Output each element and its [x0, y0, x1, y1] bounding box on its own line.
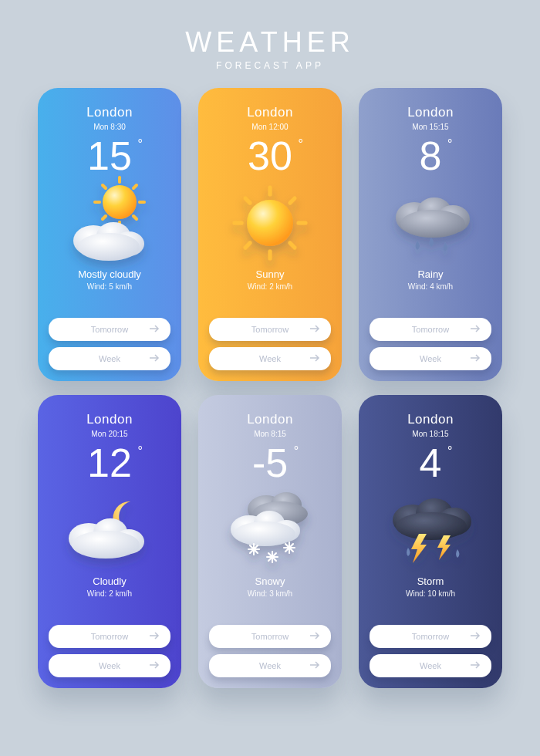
svg-line-20 [290, 243, 295, 248]
week-button-label: Week [420, 354, 441, 363]
svg-line-18 [290, 198, 295, 203]
week-button-label: Week [259, 354, 281, 363]
arrow-right-icon [470, 661, 481, 670]
temperature-value: 12 [87, 440, 132, 485]
tomorrow-button[interactable]: Tomorrow [370, 625, 491, 648]
tomorrow-button[interactable]: Tomorrow [209, 625, 331, 648]
city-label: London [86, 412, 133, 427]
city-label: London [86, 105, 133, 120]
condition-label: Storm [417, 575, 444, 587]
wind-label: Wind: 2 km/h [248, 282, 292, 291]
condition-label: Cloudly [93, 575, 126, 587]
svg-line-6 [103, 216, 106, 219]
condition-label: Sunny [256, 268, 285, 280]
timestamp: Mon 12:00 [251, 123, 288, 131]
snow-cloud-icon [220, 488, 320, 572]
timestamp: Mon 8:30 [93, 123, 126, 131]
condition-label: Rainy [417, 268, 443, 280]
city-label: London [247, 412, 293, 427]
weather-card-cloudy: London Mon 20:15 12 ° Cloudly Wind: 2 km… [38, 395, 181, 688]
svg-line-5 [133, 185, 137, 188]
degree-icon: ° [447, 444, 452, 458]
temperature: 15 ° [87, 136, 132, 184]
temperature: 4 ° [420, 443, 442, 491]
svg-point-13 [247, 200, 293, 246]
arrow-right-icon [309, 661, 320, 670]
degree-icon: ° [299, 137, 303, 151]
week-button[interactable]: Week [209, 347, 331, 370]
temperature-value: -5 [252, 440, 288, 485]
wind-label: Wind: 10 km/h [406, 589, 455, 598]
temperature-value: 15 [87, 133, 132, 178]
condition-label: Mostly cloudly [78, 268, 141, 280]
moon-cloud-icon [59, 488, 160, 572]
wind-label: Wind: 4 km/h [408, 282, 453, 291]
city-label: London [407, 412, 454, 427]
arrow-right-icon [470, 354, 481, 363]
cards-grid: London Mon 8:30 15 ° [38, 88, 502, 688]
app-header: WEATHER FORECAST APP [185, 26, 354, 71]
sun-cloud-icon [59, 181, 160, 265]
weather-card-rainy: London Mon 15:15 8 ° [359, 88, 502, 381]
arrow-right-icon [470, 325, 481, 334]
tomorrow-button[interactable]: Tomorrow [49, 318, 170, 341]
arrow-right-icon [149, 661, 160, 670]
arrow-right-icon [470, 632, 481, 641]
tomorrow-button-label: Tomorrow [412, 325, 449, 334]
week-button[interactable]: Week [209, 654, 331, 677]
app-title: WEATHER [185, 26, 354, 59]
temperature: 30 ° [248, 136, 292, 184]
svg-line-21 [245, 198, 250, 203]
week-button[interactable]: Week [49, 654, 170, 677]
tomorrow-button[interactable]: Tomorrow [370, 318, 491, 341]
sun-icon [220, 181, 320, 265]
temperature-value: 30 [248, 133, 292, 178]
svg-point-52 [396, 512, 467, 540]
timestamp: Mon 15:15 [412, 123, 448, 131]
svg-line-8 [103, 185, 106, 188]
temperature-value: 4 [420, 440, 442, 485]
weather-card-snowy: London Mon 8:15 -5 ° [198, 395, 342, 688]
tomorrow-button-label: Tomorrow [91, 632, 128, 641]
city-label: London [247, 105, 293, 120]
arrow-right-icon [309, 354, 320, 363]
tomorrow-button[interactable]: Tomorrow [49, 625, 170, 648]
degree-icon: ° [294, 444, 299, 458]
week-button-label: Week [99, 354, 120, 363]
degree-icon: ° [138, 137, 143, 151]
tomorrow-button[interactable]: Tomorrow [209, 318, 331, 341]
week-button-label: Week [259, 661, 281, 670]
svg-point-12 [78, 233, 140, 261]
tomorrow-button-label: Tomorrow [412, 632, 449, 641]
condition-label: Snowy [255, 575, 285, 587]
tomorrow-button-label: Tomorrow [91, 325, 128, 334]
svg-point-29 [72, 531, 140, 559]
svg-point-36 [234, 521, 295, 546]
timestamp: Mon 18:15 [412, 430, 448, 438]
degree-icon: ° [138, 444, 143, 458]
weather-card-mostly-cloudy: London Mon 8:30 15 ° [38, 88, 181, 381]
week-button[interactable]: Week [370, 347, 491, 370]
arrow-right-icon [309, 632, 320, 641]
weather-card-storm: London Mon 18:15 4 ° [359, 395, 502, 688]
wind-label: Wind: 5 km/h [87, 282, 132, 291]
temperature: 8 ° [420, 136, 442, 184]
week-button[interactable]: Week [49, 347, 170, 370]
arrow-right-icon [149, 632, 160, 641]
week-button[interactable]: Week [370, 654, 491, 677]
arrow-right-icon [309, 325, 320, 334]
week-button-label: Week [99, 661, 120, 670]
week-button-label: Week [420, 661, 441, 670]
svg-point-25 [400, 210, 465, 238]
svg-line-7 [133, 216, 137, 219]
svg-line-19 [245, 243, 250, 248]
temperature: 12 ° [87, 443, 132, 491]
temperature: -5 ° [252, 443, 288, 491]
city-label: London [407, 105, 454, 120]
weather-card-sunny: London Mon 12:00 30 ° Sunny Wind: 2 km/ [198, 88, 342, 381]
temperature-value: 8 [420, 133, 442, 178]
timestamp: Mon 20:15 [91, 430, 127, 438]
wind-label: Wind: 2 km/h [87, 589, 132, 598]
tomorrow-button-label: Tomorrow [251, 325, 289, 334]
timestamp: Mon 8:15 [254, 430, 286, 438]
